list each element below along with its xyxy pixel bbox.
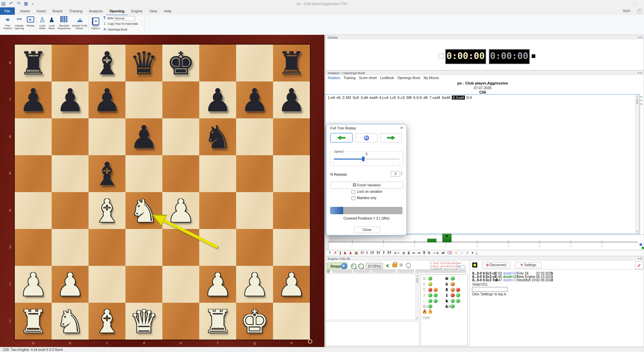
move[interactable]: Sxd4 xyxy=(442,96,450,100)
clocks-close-icon[interactable]: ✕ xyxy=(640,36,642,39)
square-f6[interactable] xyxy=(199,118,236,155)
square-e6[interactable] xyxy=(162,118,199,155)
annotation-symbol[interactable]: ↑ xyxy=(328,251,331,255)
upload-to-my-moves-button[interactable]: ☁↑ Upload To My Moves xyxy=(72,16,87,30)
notation-tab-my-moves[interactable]: My Moves xyxy=(424,76,439,80)
move[interactable]: 5.c3 xyxy=(397,96,405,100)
square-f1[interactable] xyxy=(199,303,236,340)
square-e1[interactable] xyxy=(162,303,199,340)
square-h7[interactable] xyxy=(273,81,310,118)
zoom-out-icon[interactable]: − xyxy=(358,263,364,269)
annotation-symbol[interactable]: = xyxy=(412,251,415,255)
disconnect-button[interactable]: ⊘ Disconnect xyxy=(482,262,510,268)
square-b8[interactable] xyxy=(52,45,89,81)
move[interactable]: 2.Sf3 xyxy=(342,96,351,100)
square-a8[interactable] xyxy=(15,45,52,81)
annotation-symbol[interactable]: ☆ xyxy=(460,251,464,255)
square-g6[interactable] xyxy=(236,118,273,155)
spin-up-icon[interactable]: ▲ xyxy=(401,171,403,173)
move[interactable]: 7.cxd4 xyxy=(429,96,440,100)
square-d7[interactable] xyxy=(125,81,162,118)
annotation-symbol[interactable]: !! xyxy=(361,251,364,255)
square-c6[interactable] xyxy=(89,118,125,155)
style-menu[interactable]: Style ⌄ xyxy=(623,9,633,13)
tab-view[interactable]: View xyxy=(146,7,161,15)
move-list[interactable]: 1.e4e52.Sf3Sc63.d4exd44.Lc4Lc55.c3Sf66.0… xyxy=(326,95,640,101)
square-b1[interactable] xyxy=(52,303,89,340)
engine-arrow-icon[interactable]: ⮜ xyxy=(386,263,389,269)
square-b6[interactable] xyxy=(52,118,89,155)
move[interactable]: 0-0 xyxy=(467,96,472,100)
mainline-only-row[interactable]: Mainline only xyxy=(352,196,376,200)
square-d5[interactable] xyxy=(125,155,162,192)
annotation-symbol[interactable]: ∓ xyxy=(428,251,431,255)
lock-on-variation-checkbox[interactable] xyxy=(352,190,355,194)
move[interactable]: 3.d4 xyxy=(361,96,368,100)
move[interactable]: d6 xyxy=(424,96,428,100)
annotation-symbol[interactable]: ⩱ xyxy=(423,251,425,255)
dialog-close-button[interactable]: Close xyxy=(354,227,380,233)
bulb-icon[interactable] xyxy=(406,263,411,268)
annotation-symbol[interactable]: ★ xyxy=(454,251,458,255)
annotation-symbol[interactable]: +− xyxy=(394,251,400,255)
tab-help[interactable]: Help xyxy=(161,7,175,15)
annotation-symbol[interactable]: ] xyxy=(339,251,341,255)
takeback-colored-icon[interactable]: ⇐ xyxy=(640,95,644,99)
settings-button[interactable]: ⚒ Settings xyxy=(515,262,542,268)
annotation-symbol[interactable]: ∞ xyxy=(418,251,421,255)
engine-secondary-area[interactable] xyxy=(325,321,419,346)
style-combobox[interactable]: Normal⌄ xyxy=(114,16,136,21)
move[interactable]: e5 xyxy=(336,96,340,100)
classify-opening-button[interactable]: ⚯ Classify Opening xyxy=(13,16,25,30)
find-position-button[interactable]: ⚭ Find Position xyxy=(2,16,13,30)
square-f4[interactable] xyxy=(199,192,236,229)
standard-repertoires-button[interactable]: Standard Repertoires xyxy=(56,16,72,30)
confirm-check-button[interactable]: ✓ xyxy=(635,261,643,269)
square-c3[interactable] xyxy=(89,229,125,266)
square-b3[interactable] xyxy=(52,229,89,266)
spin-down-icon[interactable]: ▼ xyxy=(401,174,403,176)
engine-lines-scrollbar[interactable]: ▲ ▼ xyxy=(415,274,419,319)
tab-file[interactable]: File xyxy=(0,7,15,15)
square-h3[interactable] xyxy=(273,229,310,266)
redo-move-icon[interactable]: ↻ xyxy=(640,103,644,106)
engine-collapse-icon[interactable]: ▾ xyxy=(638,257,639,260)
eval-green-square[interactable] xyxy=(642,247,644,249)
annotation-symbol[interactable]: ✗ xyxy=(334,251,337,255)
load-white-button[interactable]: ♙ Load White xyxy=(38,16,47,30)
square-h1[interactable] xyxy=(273,303,310,340)
square-g1[interactable] xyxy=(236,303,273,340)
tab-training[interactable]: Training xyxy=(66,7,86,15)
square-c8[interactable] xyxy=(89,45,125,81)
openings-book-button[interactable]: ⚙ Openings Book ⌄ xyxy=(103,27,139,32)
eval-mini-scrollbar[interactable] xyxy=(326,235,329,250)
speed-slider-thumb[interactable] xyxy=(362,157,365,161)
square-h2[interactable] xyxy=(273,266,310,303)
square-c1[interactable] xyxy=(89,303,125,340)
lock-on-variation-row[interactable]: Lock on variation xyxy=(352,190,382,194)
notation-tab-training[interactable]: Training xyxy=(343,76,356,80)
square-e5[interactable] xyxy=(162,155,199,192)
cpus-button[interactable]: 10 CPUs xyxy=(366,263,383,269)
replay-button[interactable]: ▶ Replay xyxy=(25,16,36,27)
takeback-icon[interactable]: ⇐ xyxy=(640,99,644,103)
engine-close-icon[interactable]: ✕ xyxy=(640,257,642,260)
n-repeats-input[interactable]: 3 xyxy=(391,171,400,177)
chess-board[interactable]: ♜♝♛♚♜♟♟♟♟♟♟♟♞♝♝♞♟♟♟♟♟♟♜♞♝♛♜♚ xyxy=(15,45,310,340)
replay-back-button[interactable] xyxy=(330,133,353,142)
tab-opening[interactable]: Opening xyxy=(106,7,128,15)
square-f5[interactable] xyxy=(199,155,236,192)
square-a3[interactable] xyxy=(15,229,52,266)
move[interactable]: 1.e4 xyxy=(328,96,335,100)
square-d6[interactable] xyxy=(125,118,162,155)
move[interactable]: Sf6 xyxy=(406,96,412,100)
notation-panel-header[interactable]: Notation + Openings Book ▾ ✕ xyxy=(325,70,644,75)
annotation-symbol[interactable]: ▦ xyxy=(355,251,358,255)
annotation-symbol[interactable]: • xyxy=(471,251,474,255)
square-f8[interactable] xyxy=(199,45,236,81)
annotation-symbol[interactable]: !? xyxy=(370,251,374,255)
minimize-button[interactable]: – xyxy=(627,2,629,5)
move[interactable]: exd4 xyxy=(370,96,378,100)
notation-close-icon[interactable]: ✕ xyxy=(640,71,642,74)
square-e2[interactable] xyxy=(162,266,199,303)
